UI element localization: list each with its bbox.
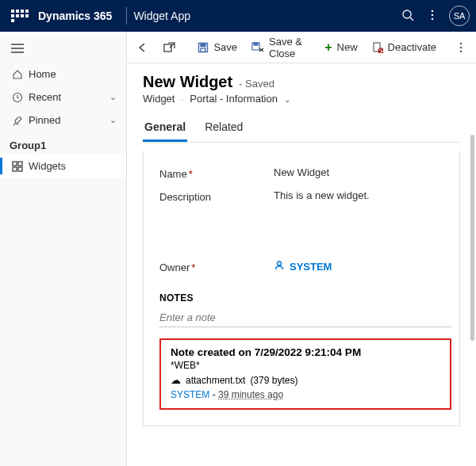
cloud-icon: ☁ — [171, 374, 181, 386]
more-vertical-icon[interactable] — [427, 10, 438, 23]
svg-point-24 — [460, 50, 463, 52]
svg-rect-13 — [164, 44, 171, 52]
svg-rect-11 — [13, 167, 17, 171]
form-card: Name* New Widget Description This is a n… — [143, 151, 460, 426]
note-age: 39 minutes ago — [218, 389, 283, 400]
main-area: Save Save & Close + New Deactivate New W… — [127, 32, 476, 466]
notes-header: NOTES — [159, 292, 451, 304]
svg-rect-18 — [254, 43, 258, 45]
field-value: This is a new widget. — [271, 189, 451, 201]
svg-point-4 — [432, 17, 434, 20]
nav-pinned[interactable]: Pinned ⌄ — [0, 109, 126, 132]
svg-point-25 — [278, 262, 282, 265]
svg-point-22 — [460, 42, 463, 44]
field-value: New Widget — [271, 166, 451, 178]
required-marker: * — [189, 168, 193, 180]
field-description[interactable]: Description This is a new widget. — [159, 185, 451, 208]
nav-label: Recent — [29, 91, 109, 103]
note-footer: SYSTEM - 39 minutes ago — [171, 389, 440, 400]
tab-bar: General Related — [143, 116, 460, 143]
attachment-name: attachment.txt — [186, 375, 245, 386]
open-new-window-button[interactable] — [159, 39, 180, 56]
svg-rect-19 — [374, 43, 380, 52]
note-attachment[interactable]: ☁ attachment.txt (379 bytes) — [171, 374, 440, 386]
side-nav: Home Recent ⌄ Pinned ⌄ Group1 Widgets — [0, 32, 127, 466]
chevron-down-icon: ⌄ — [284, 95, 290, 104]
field-label: Description — [159, 191, 211, 203]
owner-value: SYSTEM — [290, 261, 332, 273]
save-button[interactable]: Save — [193, 38, 242, 56]
nav-label: Widgets — [29, 160, 117, 172]
required-marker: * — [191, 262, 195, 273]
person-icon — [274, 260, 285, 273]
more-commands-button[interactable] — [451, 39, 471, 56]
note-author: SYSTEM — [171, 389, 209, 400]
nav-label: Home — [29, 68, 117, 80]
plus-icon: + — [324, 40, 332, 55]
command-bar: Save Save & Close + New Deactivate — [127, 32, 476, 63]
nav-group-header: Group1 — [0, 132, 126, 155]
page-header: New Widget - Saved Widget · Portal - Inf… — [127, 63, 476, 143]
tab-related[interactable]: Related — [203, 116, 244, 142]
svg-rect-10 — [18, 162, 22, 166]
note-created-line: Note created on 7/29/2022 9:21:04 PM — [171, 346, 440, 358]
nav-recent[interactable]: Recent ⌄ — [0, 86, 126, 109]
nav-label: Pinned — [29, 114, 109, 126]
svg-rect-12 — [18, 167, 22, 171]
scrollbar-thumb[interactable] — [470, 135, 474, 341]
cmd-label: Save — [213, 41, 237, 53]
field-label: Owner — [159, 262, 190, 273]
save-status: - Saved — [239, 78, 274, 90]
header-divider — [126, 7, 127, 25]
note-source: *WEB* — [171, 360, 440, 371]
field-owner[interactable]: Owner* SYSTEM — [159, 255, 451, 278]
deactivate-button[interactable]: Deactivate — [367, 38, 441, 56]
attachment-size: (379 bytes) — [250, 375, 298, 386]
svg-point-23 — [460, 46, 463, 48]
note-item: Note created on 7/29/2022 9:21:04 PM *WE… — [159, 338, 451, 410]
svg-point-0 — [403, 10, 411, 18]
chevron-down-icon: ⌄ — [109, 115, 117, 125]
home-icon — [10, 69, 25, 80]
save-close-button[interactable]: Save & Close — [247, 32, 315, 63]
search-icon[interactable] — [401, 9, 414, 24]
entity-name: Widget — [143, 93, 175, 105]
svg-rect-15 — [201, 43, 205, 46]
back-button[interactable] — [132, 39, 154, 56]
nav-widgets[interactable]: Widgets — [0, 155, 126, 178]
waffle-icon[interactable] — [11, 10, 30, 22]
svg-line-1 — [410, 17, 413, 21]
cmd-label: Deactivate — [388, 41, 436, 53]
page-title: New Widget — [143, 73, 232, 91]
brand-name: Dynamics 365 — [38, 10, 112, 22]
nav-home[interactable]: Home — [0, 63, 126, 86]
hamburger-icon[interactable] — [0, 36, 126, 63]
svg-rect-16 — [201, 48, 205, 52]
cmd-label: Save & Close — [269, 36, 310, 59]
form-selector[interactable]: Widget · Portal - Information ⌄ — [143, 93, 460, 105]
app-header: Dynamics 365 Widget App SA — [0, 0, 476, 32]
new-button[interactable]: + New — [320, 37, 362, 58]
widgets-icon — [10, 161, 25, 172]
note-input[interactable] — [159, 307, 451, 327]
pin-icon — [10, 115, 25, 126]
field-name[interactable]: Name* New Widget — [159, 162, 451, 185]
field-label: Name — [159, 168, 187, 180]
cmd-label: New — [337, 41, 358, 53]
tab-general[interactable]: General — [143, 116, 187, 142]
clock-icon — [10, 92, 25, 103]
svg-point-3 — [432, 13, 434, 16]
app-name: Widget App — [133, 10, 190, 22]
avatar[interactable]: SA — [449, 6, 470, 26]
form-name: Portal - Information — [190, 93, 278, 105]
chevron-down-icon: ⌄ — [109, 92, 117, 102]
svg-rect-9 — [13, 162, 17, 166]
svg-point-2 — [432, 10, 434, 12]
